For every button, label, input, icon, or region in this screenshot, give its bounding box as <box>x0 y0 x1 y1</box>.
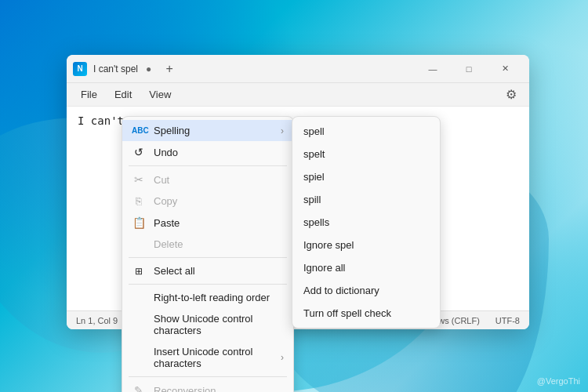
ctx-copy-label: Copy <box>154 195 284 207</box>
reconversion-icon: ✎ <box>132 384 146 392</box>
cursor-position: Ln 1, Col 9 <box>76 316 118 325</box>
spelling-icon: ABC <box>132 126 146 135</box>
ctx-rtl-label: Right-to-left reading order <box>154 292 284 303</box>
maximize-button[interactable]: □ <box>451 55 487 83</box>
add-tab-button[interactable]: + <box>161 60 178 78</box>
ctx-undo-label: Undo <box>154 147 284 158</box>
ctx-spelling[interactable]: ABC Spelling › <box>122 120 293 141</box>
ctx-insert-unicode[interactable]: Insert Unicode control characters › <box>122 341 293 374</box>
copy-icon: ⎘ <box>132 195 146 207</box>
app-icon: N <box>73 62 87 76</box>
ctx-paste[interactable]: 📋 Paste <box>122 212 293 234</box>
spelling-submenu: spell spelt spiel spill spells Ignore sp… <box>292 116 441 328</box>
ctx-select-all-label: Select all <box>154 265 284 277</box>
spell-suggestion-spell[interactable]: spell <box>292 120 440 143</box>
separator-2 <box>129 257 287 258</box>
encoding: UTF-8 <box>495 316 520 325</box>
ctx-insert-unicode-label: Insert Unicode control characters <box>154 346 273 369</box>
spell-suggestion-spiel[interactable]: spiel <box>292 165 440 188</box>
spell-ignore-all[interactable]: Ignore all <box>292 256 440 279</box>
ctx-spelling-label: Spelling <box>154 125 273 136</box>
title-bar-left: N I can't spel ● + <box>73 60 415 78</box>
ctx-cut-label: Cut <box>154 174 284 186</box>
ctx-delete: Delete <box>122 234 293 255</box>
separator-3 <box>129 284 287 285</box>
spell-suggestion-spells[interactable]: spells <box>292 211 440 234</box>
menu-bar: File Edit View ⚙ <box>67 83 529 107</box>
ctx-show-unicode[interactable]: Show Unicode control characters <box>122 308 293 341</box>
ctx-copy: ⎘ Copy <box>122 191 293 212</box>
insert-unicode-arrow: › <box>281 352 284 363</box>
spell-ignore-spel[interactable]: Ignore spel <box>292 234 440 256</box>
paste-icon: 📋 <box>132 216 146 229</box>
spell-suggestion-spelt[interactable]: spelt <box>292 143 440 165</box>
ctx-undo[interactable]: ↺ Undo <box>122 141 293 163</box>
ctx-rtl[interactable]: Right-to-left reading order <box>122 287 293 308</box>
modified-dot: ● <box>146 64 151 74</box>
spelling-arrow: › <box>281 125 284 136</box>
watermark: @VergoThi <box>537 376 580 386</box>
window-controls: — □ ✕ <box>415 55 523 83</box>
separator-4 <box>129 376 287 377</box>
cut-icon: ✂ <box>132 173 146 186</box>
ctx-select-all[interactable]: ⊞ Select all <box>122 260 293 281</box>
undo-icon: ↺ <box>132 146 146 158</box>
close-button[interactable]: ✕ <box>487 55 523 83</box>
window-title: I can't spel <box>93 64 138 74</box>
ctx-reconversion-label: Reconversion <box>154 385 284 393</box>
select-all-icon: ⊞ <box>132 266 146 277</box>
menu-view[interactable]: View <box>141 85 179 103</box>
minimize-button[interactable]: — <box>415 55 451 83</box>
spell-suggestion-spill[interactable]: spill <box>292 188 440 211</box>
menu-file[interactable]: File <box>73 85 105 103</box>
spell-turn-off[interactable]: Turn off spell check <box>292 302 440 325</box>
menu-edit[interactable]: Edit <box>107 85 140 103</box>
ctx-cut: ✂ Cut <box>122 169 293 191</box>
title-bar: N I can't spel ● + — □ ✕ <box>67 55 529 83</box>
separator-1 <box>129 165 287 166</box>
ctx-reconversion: ✎ Reconversion <box>122 379 293 392</box>
ctx-delete-label: Delete <box>154 238 284 250</box>
settings-icon[interactable]: ⚙ <box>499 83 523 107</box>
spell-add-dictionary[interactable]: Add to dictionary <box>292 279 440 302</box>
ctx-show-unicode-label: Show Unicode control characters <box>154 313 284 336</box>
ctx-paste-label: Paste <box>154 217 284 229</box>
context-menu: ABC Spelling › ↺ Undo ✂ Cut ⎘ Copy 📋 Pas… <box>122 116 294 392</box>
